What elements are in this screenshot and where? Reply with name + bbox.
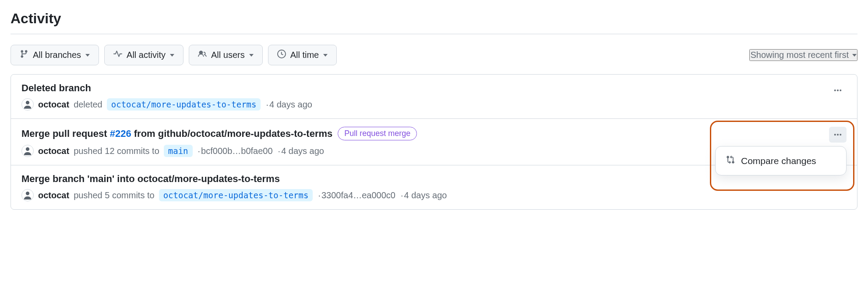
caret-down-icon <box>852 54 857 57</box>
sha-range[interactable]: 3300fa4…ea000c0 <box>317 190 395 200</box>
caret-down-icon <box>249 54 254 57</box>
item-menu-dropdown: Compare changes <box>715 146 847 175</box>
clock-icon <box>277 50 286 61</box>
filter-time-label: All time <box>290 50 319 60</box>
activity-title: Merge pull request #226 from github/octo… <box>21 128 332 139</box>
action-verb: pushed 12 commits to <box>74 146 159 156</box>
svg-point-2 <box>837 89 839 91</box>
svg-point-6 <box>837 134 839 136</box>
avatar[interactable] <box>21 145 34 157</box>
filter-time[interactable]: All time <box>268 45 337 65</box>
activity-item: Merge pull request #226 from github/octo… <box>11 119 857 165</box>
filter-branches-label: All branches <box>33 50 81 60</box>
svg-point-7 <box>840 134 841 136</box>
caret-down-icon <box>323 54 328 57</box>
page-title: Activity <box>11 11 857 34</box>
filter-activity-label: All activity <box>127 50 166 60</box>
username[interactable]: octocat <box>38 146 69 156</box>
timestamp: 4 days ago <box>277 146 324 156</box>
action-verb: deleted <box>74 100 102 110</box>
branch-chip[interactable]: octocat/more-updates-to-terms <box>107 98 261 111</box>
avatar[interactable] <box>21 189 34 201</box>
pr-merge-badge: Pull request merge <box>338 127 417 140</box>
compare-changes-label: Compare changes <box>741 156 816 166</box>
svg-point-0 <box>26 101 29 104</box>
sort-order-label: Showing most recent first <box>750 50 849 60</box>
branch-chip[interactable]: main <box>164 145 193 157</box>
pulse-icon <box>113 50 122 61</box>
compare-changes-item[interactable]: Compare changes <box>719 150 843 172</box>
username[interactable]: octocat <box>38 100 69 110</box>
activity-title: Merge branch 'main' into octocat/more-up… <box>21 173 280 185</box>
filter-users-label: All users <box>211 50 245 60</box>
people-icon <box>198 50 207 61</box>
svg-point-5 <box>834 134 836 136</box>
filter-activity[interactable]: All activity <box>104 45 183 65</box>
username[interactable]: octocat <box>38 190 69 200</box>
git-branch-icon <box>20 50 28 61</box>
timestamp: 4 days ago <box>265 100 312 110</box>
svg-point-3 <box>840 89 841 91</box>
branch-chip[interactable]: octocat/more-updates-to-terms <box>159 189 313 201</box>
sha-range[interactable]: bcf000b…b0fae00 <box>197 146 273 156</box>
activity-list: Deleted branch octocat deleted octocat/m… <box>11 74 857 210</box>
item-menu-button[interactable] <box>829 82 847 98</box>
git-compare-icon <box>726 155 735 166</box>
svg-point-4 <box>26 147 29 151</box>
svg-point-1 <box>834 89 836 91</box>
item-menu-button[interactable] <box>829 127 847 143</box>
filter-toolbar: All branches All activity All users All … <box>11 45 857 65</box>
filter-branches[interactable]: All branches <box>11 45 99 65</box>
avatar[interactable] <box>21 98 34 111</box>
activity-title: Deleted branch <box>21 82 91 94</box>
filter-users[interactable]: All users <box>189 45 263 65</box>
activity-item: Deleted branch octocat deleted octocat/m… <box>11 75 857 119</box>
action-verb: pushed 5 commits to <box>74 190 155 200</box>
caret-down-icon <box>170 54 174 57</box>
timestamp: 4 days ago <box>400 190 447 200</box>
pr-number-link[interactable]: #226 <box>110 128 131 139</box>
caret-down-icon <box>85 54 90 57</box>
svg-point-8 <box>26 192 29 195</box>
sort-order-toggle[interactable]: Showing most recent first <box>749 49 857 61</box>
